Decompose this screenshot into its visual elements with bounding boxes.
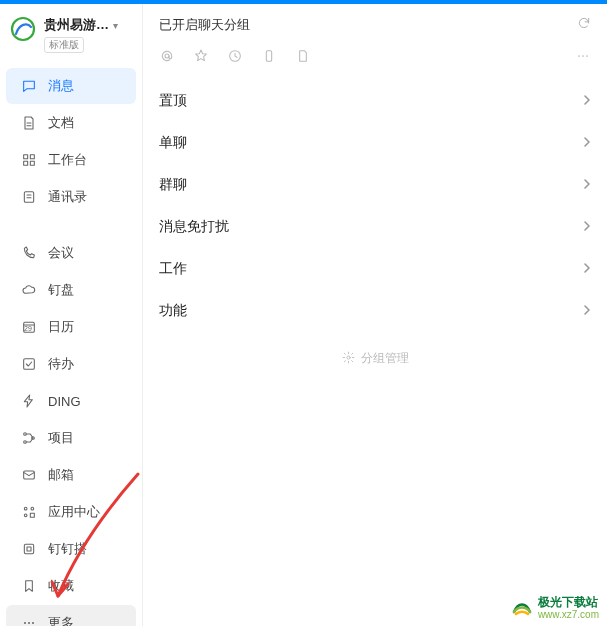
org-name: 贵州易游… — [44, 16, 109, 34]
nav-calendar[interactable]: 29 日历 — [6, 309, 136, 345]
svg-rect-15 — [30, 513, 34, 517]
nav-meeting[interactable]: 会议 — [6, 235, 136, 271]
nav-dingda[interactable]: 钉钉搭 — [6, 531, 136, 567]
group-group-chat[interactable]: 群聊 — [143, 164, 607, 206]
org-logo — [10, 16, 36, 42]
nav-ding[interactable]: DING — [6, 383, 136, 419]
nav-label: 通讯录 — [48, 188, 87, 206]
group-label: 工作 — [159, 260, 187, 278]
org-info: 贵州易游… ▾ 标准版 — [44, 16, 132, 53]
nav-messages[interactable]: 消息 — [6, 68, 136, 104]
nav-label: 邮箱 — [48, 466, 74, 484]
chevron-right-icon — [583, 261, 591, 277]
nav-documents[interactable]: 文档 — [6, 105, 136, 141]
clock-icon[interactable] — [227, 48, 243, 64]
svg-point-17 — [24, 622, 26, 624]
svg-rect-3 — [24, 161, 28, 165]
group-label: 消息免打扰 — [159, 218, 229, 236]
grid-icon — [20, 151, 38, 169]
org-plan-badge: 标准版 — [44, 37, 84, 53]
chevron-right-icon — [583, 177, 591, 193]
chevron-down-icon: ▾ — [113, 20, 118, 31]
more-filters-icon[interactable] — [575, 48, 591, 64]
nav-label: 消息 — [48, 77, 74, 95]
svg-rect-22 — [266, 51, 271, 62]
star-icon[interactable] — [193, 48, 209, 64]
nav-label: 钉盘 — [48, 281, 74, 299]
nav-label: 文档 — [48, 114, 74, 132]
main-header: 已开启聊天分组 — [143, 4, 607, 42]
svg-point-14 — [24, 514, 27, 517]
nav-workbench[interactable]: 工作台 — [6, 142, 136, 178]
group-work[interactable]: 工作 — [143, 248, 607, 290]
check-icon — [20, 355, 38, 373]
group-dnd[interactable]: 消息免打扰 — [143, 206, 607, 248]
svg-rect-7 — [24, 359, 35, 370]
cloud-icon — [20, 281, 38, 299]
svg-point-13 — [31, 507, 34, 510]
nav-label: 收藏 — [48, 577, 74, 595]
chevron-right-icon — [583, 219, 591, 235]
nav-project[interactable]: 项目 — [6, 420, 136, 456]
message-icon — [20, 77, 38, 95]
svg-rect-11 — [24, 471, 35, 479]
refresh-icon[interactable] — [577, 16, 591, 34]
bookmark-icon — [20, 577, 38, 595]
group-function[interactable]: 功能 — [143, 290, 607, 332]
svg-point-23 — [578, 55, 580, 57]
nav-label: 工作台 — [48, 151, 87, 169]
nav-label: 待办 — [48, 355, 74, 373]
nav-app-center[interactable]: 应用中心 — [6, 494, 136, 530]
nav-label: 钉钉搭 — [48, 540, 87, 558]
svg-point-19 — [32, 622, 34, 624]
nav-todo[interactable]: 待办 — [6, 346, 136, 382]
device-icon[interactable] — [261, 48, 277, 64]
more-icon — [20, 614, 38, 626]
document-icon — [20, 114, 38, 132]
group-label: 功能 — [159, 302, 187, 320]
watermark-logo-icon — [510, 596, 534, 620]
group-label: 置顶 — [159, 92, 187, 110]
chevron-right-icon — [583, 135, 591, 151]
nav-label: 日历 — [48, 318, 74, 336]
calendar-icon: 29 — [20, 318, 38, 336]
nav-mail[interactable]: 邮箱 — [6, 457, 136, 493]
bolt-icon — [20, 392, 38, 410]
nav-contacts[interactable]: 通讯录 — [6, 179, 136, 215]
filter-icon-row — [143, 42, 607, 76]
at-icon[interactable] — [159, 48, 175, 64]
svg-point-0 — [12, 18, 34, 40]
nav-label: DING — [48, 394, 81, 409]
svg-rect-2 — [30, 155, 34, 159]
nav-drive[interactable]: 钉盘 — [6, 272, 136, 308]
nav-label: 会议 — [48, 244, 74, 262]
svg-rect-4 — [30, 161, 34, 165]
group-single-chat[interactable]: 单聊 — [143, 122, 607, 164]
group-pinned[interactable]: 置顶 — [143, 80, 607, 122]
svg-rect-16 — [24, 544, 33, 553]
org-switcher[interactable]: 贵州易游… ▾ 标准版 — [0, 4, 142, 61]
nav-list: 消息 文档 工作台 通讯录 会议 钉盘 — [0, 61, 142, 626]
gear-icon — [342, 351, 355, 367]
svg-point-20 — [165, 54, 169, 58]
titlebar — [0, 0, 607, 4]
group-label: 群聊 — [159, 176, 187, 194]
chevron-right-icon — [583, 303, 591, 319]
main-panel: 已开启聊天分组 置顶 单聊 群聊 消息免打扰 — [143, 0, 607, 626]
app-root: 贵州易游… ▾ 标准版 消息 文档 工作台 通讯录 — [0, 0, 607, 626]
svg-rect-5 — [24, 192, 33, 203]
svg-point-18 — [28, 622, 30, 624]
file-icon[interactable] — [295, 48, 311, 64]
nav-more[interactable]: 更多 — [6, 605, 136, 626]
phone-icon — [20, 244, 38, 262]
build-icon — [20, 540, 38, 558]
nav-favorites[interactable]: 收藏 — [6, 568, 136, 604]
watermark-url: www.xz7.com — [538, 609, 599, 620]
contacts-icon — [20, 188, 38, 206]
svg-point-24 — [582, 55, 584, 57]
mail-icon — [20, 466, 38, 484]
group-label: 单聊 — [159, 134, 187, 152]
chevron-right-icon — [583, 93, 591, 109]
group-manage[interactable]: 分组管理 — [143, 336, 607, 381]
nav-label: 项目 — [48, 429, 74, 447]
